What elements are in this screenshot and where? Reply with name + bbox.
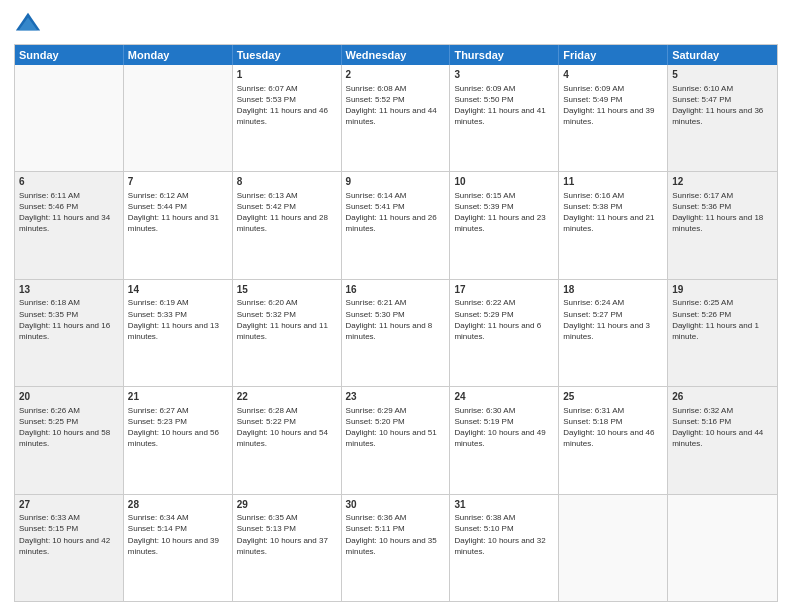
calendar-cell: 29Sunrise: 6:35 AMSunset: 5:13 PMDayligh… (233, 495, 342, 601)
calendar-cell: 10Sunrise: 6:15 AMSunset: 5:39 PMDayligh… (450, 172, 559, 278)
calendar: SundayMondayTuesdayWednesdayThursdayFrid… (14, 44, 778, 602)
day-number: 18 (563, 283, 663, 297)
day-number: 16 (346, 283, 446, 297)
calendar-body: 1Sunrise: 6:07 AMSunset: 5:53 PMDaylight… (15, 65, 777, 601)
day-number: 8 (237, 175, 337, 189)
cell-info: Sunrise: 6:19 AMSunset: 5:33 PMDaylight:… (128, 297, 228, 342)
cell-info: Sunrise: 6:38 AMSunset: 5:10 PMDaylight:… (454, 512, 554, 557)
day-number: 21 (128, 390, 228, 404)
calendar-cell: 18Sunrise: 6:24 AMSunset: 5:27 PMDayligh… (559, 280, 668, 386)
cell-info: Sunrise: 6:14 AMSunset: 5:41 PMDaylight:… (346, 190, 446, 235)
calendar-cell: 25Sunrise: 6:31 AMSunset: 5:18 PMDayligh… (559, 387, 668, 493)
calendar-cell (124, 65, 233, 171)
calendar-row-4: 20Sunrise: 6:26 AMSunset: 5:25 PMDayligh… (15, 387, 777, 494)
cell-info: Sunrise: 6:24 AMSunset: 5:27 PMDaylight:… (563, 297, 663, 342)
day-number: 27 (19, 498, 119, 512)
calendar-cell: 24Sunrise: 6:30 AMSunset: 5:19 PMDayligh… (450, 387, 559, 493)
day-number: 3 (454, 68, 554, 82)
calendar-cell: 2Sunrise: 6:08 AMSunset: 5:52 PMDaylight… (342, 65, 451, 171)
cell-info: Sunrise: 6:26 AMSunset: 5:25 PMDaylight:… (19, 405, 119, 450)
calendar-cell: 12Sunrise: 6:17 AMSunset: 5:36 PMDayligh… (668, 172, 777, 278)
header-day-thursday: Thursday (450, 45, 559, 65)
calendar-cell: 11Sunrise: 6:16 AMSunset: 5:38 PMDayligh… (559, 172, 668, 278)
cell-info: Sunrise: 6:20 AMSunset: 5:32 PMDaylight:… (237, 297, 337, 342)
calendar-cell: 7Sunrise: 6:12 AMSunset: 5:44 PMDaylight… (124, 172, 233, 278)
calendar-cell: 21Sunrise: 6:27 AMSunset: 5:23 PMDayligh… (124, 387, 233, 493)
day-number: 1 (237, 68, 337, 82)
calendar-cell (668, 495, 777, 601)
day-number: 9 (346, 175, 446, 189)
cell-info: Sunrise: 6:30 AMSunset: 5:19 PMDaylight:… (454, 405, 554, 450)
day-number: 6 (19, 175, 119, 189)
header-day-wednesday: Wednesday (342, 45, 451, 65)
day-number: 7 (128, 175, 228, 189)
header-day-sunday: Sunday (15, 45, 124, 65)
cell-info: Sunrise: 6:35 AMSunset: 5:13 PMDaylight:… (237, 512, 337, 557)
cell-info: Sunrise: 6:10 AMSunset: 5:47 PMDaylight:… (672, 83, 773, 128)
cell-info: Sunrise: 6:08 AMSunset: 5:52 PMDaylight:… (346, 83, 446, 128)
calendar-cell (559, 495, 668, 601)
calendar-cell: 17Sunrise: 6:22 AMSunset: 5:29 PMDayligh… (450, 280, 559, 386)
calendar-cell: 6Sunrise: 6:11 AMSunset: 5:46 PMDaylight… (15, 172, 124, 278)
calendar-cell: 22Sunrise: 6:28 AMSunset: 5:22 PMDayligh… (233, 387, 342, 493)
day-number: 19 (672, 283, 773, 297)
day-number: 25 (563, 390, 663, 404)
cell-info: Sunrise: 6:33 AMSunset: 5:15 PMDaylight:… (19, 512, 119, 557)
cell-info: Sunrise: 6:15 AMSunset: 5:39 PMDaylight:… (454, 190, 554, 235)
cell-info: Sunrise: 6:34 AMSunset: 5:14 PMDaylight:… (128, 512, 228, 557)
calendar-cell: 27Sunrise: 6:33 AMSunset: 5:15 PMDayligh… (15, 495, 124, 601)
day-number: 28 (128, 498, 228, 512)
day-number: 2 (346, 68, 446, 82)
day-number: 29 (237, 498, 337, 512)
cell-info: Sunrise: 6:11 AMSunset: 5:46 PMDaylight:… (19, 190, 119, 235)
cell-info: Sunrise: 6:18 AMSunset: 5:35 PMDaylight:… (19, 297, 119, 342)
day-number: 15 (237, 283, 337, 297)
cell-info: Sunrise: 6:16 AMSunset: 5:38 PMDaylight:… (563, 190, 663, 235)
calendar-cell: 15Sunrise: 6:20 AMSunset: 5:32 PMDayligh… (233, 280, 342, 386)
calendar-cell: 31Sunrise: 6:38 AMSunset: 5:10 PMDayligh… (450, 495, 559, 601)
cell-info: Sunrise: 6:29 AMSunset: 5:20 PMDaylight:… (346, 405, 446, 450)
header-day-friday: Friday (559, 45, 668, 65)
day-number: 24 (454, 390, 554, 404)
logo (14, 10, 44, 38)
calendar-cell: 4Sunrise: 6:09 AMSunset: 5:49 PMDaylight… (559, 65, 668, 171)
cell-info: Sunrise: 6:27 AMSunset: 5:23 PMDaylight:… (128, 405, 228, 450)
day-number: 5 (672, 68, 773, 82)
day-number: 4 (563, 68, 663, 82)
calendar-cell: 28Sunrise: 6:34 AMSunset: 5:14 PMDayligh… (124, 495, 233, 601)
calendar-row-1: 1Sunrise: 6:07 AMSunset: 5:53 PMDaylight… (15, 65, 777, 172)
header (14, 10, 778, 38)
cell-info: Sunrise: 6:21 AMSunset: 5:30 PMDaylight:… (346, 297, 446, 342)
calendar-cell: 16Sunrise: 6:21 AMSunset: 5:30 PMDayligh… (342, 280, 451, 386)
calendar-cell (15, 65, 124, 171)
cell-info: Sunrise: 6:36 AMSunset: 5:11 PMDaylight:… (346, 512, 446, 557)
day-number: 31 (454, 498, 554, 512)
header-day-monday: Monday (124, 45, 233, 65)
header-day-tuesday: Tuesday (233, 45, 342, 65)
cell-info: Sunrise: 6:13 AMSunset: 5:42 PMDaylight:… (237, 190, 337, 235)
cell-info: Sunrise: 6:09 AMSunset: 5:49 PMDaylight:… (563, 83, 663, 128)
cell-info: Sunrise: 6:09 AMSunset: 5:50 PMDaylight:… (454, 83, 554, 128)
cell-info: Sunrise: 6:28 AMSunset: 5:22 PMDaylight:… (237, 405, 337, 450)
calendar-cell: 19Sunrise: 6:25 AMSunset: 5:26 PMDayligh… (668, 280, 777, 386)
calendar-row-5: 27Sunrise: 6:33 AMSunset: 5:15 PMDayligh… (15, 495, 777, 601)
calendar-header: SundayMondayTuesdayWednesdayThursdayFrid… (15, 45, 777, 65)
logo-icon (14, 10, 42, 38)
calendar-cell: 20Sunrise: 6:26 AMSunset: 5:25 PMDayligh… (15, 387, 124, 493)
cell-info: Sunrise: 6:17 AMSunset: 5:36 PMDaylight:… (672, 190, 773, 235)
cell-info: Sunrise: 6:07 AMSunset: 5:53 PMDaylight:… (237, 83, 337, 128)
calendar-cell: 23Sunrise: 6:29 AMSunset: 5:20 PMDayligh… (342, 387, 451, 493)
cell-info: Sunrise: 6:32 AMSunset: 5:16 PMDaylight:… (672, 405, 773, 450)
cell-info: Sunrise: 6:22 AMSunset: 5:29 PMDaylight:… (454, 297, 554, 342)
day-number: 17 (454, 283, 554, 297)
calendar-cell: 1Sunrise: 6:07 AMSunset: 5:53 PMDaylight… (233, 65, 342, 171)
day-number: 22 (237, 390, 337, 404)
calendar-cell: 14Sunrise: 6:19 AMSunset: 5:33 PMDayligh… (124, 280, 233, 386)
day-number: 13 (19, 283, 119, 297)
cell-info: Sunrise: 6:25 AMSunset: 5:26 PMDaylight:… (672, 297, 773, 342)
page: SundayMondayTuesdayWednesdayThursdayFrid… (0, 0, 792, 612)
header-day-saturday: Saturday (668, 45, 777, 65)
calendar-cell: 13Sunrise: 6:18 AMSunset: 5:35 PMDayligh… (15, 280, 124, 386)
day-number: 14 (128, 283, 228, 297)
cell-info: Sunrise: 6:12 AMSunset: 5:44 PMDaylight:… (128, 190, 228, 235)
